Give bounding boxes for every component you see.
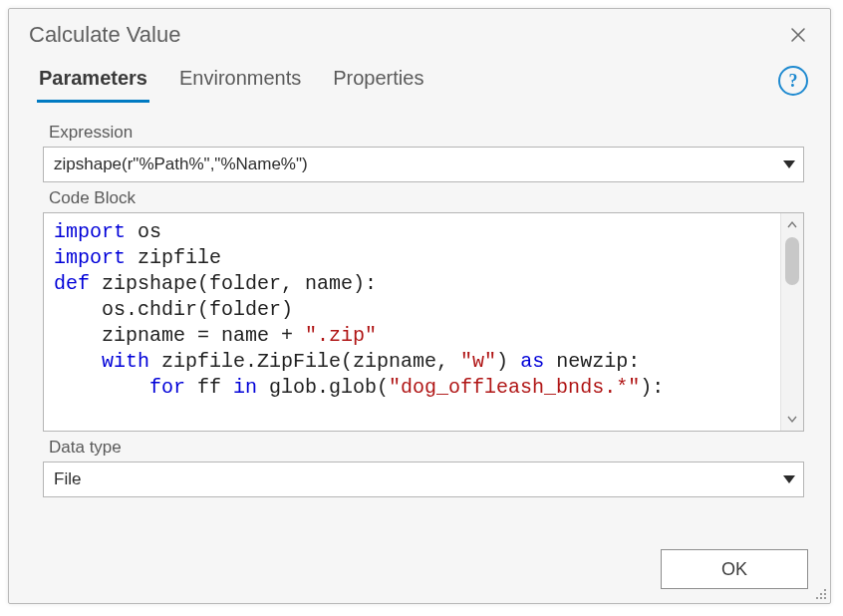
scroll-down-icon[interactable] <box>781 409 803 429</box>
tab-properties[interactable]: Properties <box>331 63 425 103</box>
scroll-up-icon[interactable] <box>781 215 803 235</box>
tab-parameters[interactable]: Parameters <box>37 63 149 103</box>
resize-grip-icon[interactable] <box>814 587 828 601</box>
expression-value: zipshape(r"%Path%","%Name%") <box>54 154 308 174</box>
calculate-value-dialog: Calculate Value Parameters Environments … <box>8 8 831 604</box>
code-block-input[interactable]: import os import zipfile def zipshape(fo… <box>43 212 804 432</box>
tab-bar: Parameters Environments Properties ? <box>9 49 830 105</box>
dropdown-arrow-icon <box>783 160 795 168</box>
dropdown-arrow-icon <box>783 475 795 483</box>
data-type-value: File <box>54 469 81 489</box>
dialog-body: Expression zipshape(r"%Path%","%Name%") … <box>9 105 830 539</box>
data-type-label: Data type <box>49 438 804 458</box>
code-block-label: Code Block <box>49 188 804 208</box>
scrollbar[interactable] <box>780 213 803 431</box>
ok-button[interactable]: OK <box>661 549 808 589</box>
dialog-header: Calculate Value <box>9 9 830 49</box>
scroll-thumb[interactable] <box>785 237 799 285</box>
close-icon[interactable] <box>784 21 812 49</box>
dialog-title: Calculate Value <box>29 22 180 48</box>
dialog-footer: OK <box>9 539 830 603</box>
help-icon[interactable]: ? <box>778 66 808 96</box>
data-type-select[interactable]: File <box>43 462 804 497</box>
expression-input[interactable]: zipshape(r"%Path%","%Name%") <box>43 147 804 182</box>
expression-label: Expression <box>49 123 804 143</box>
code-block-text[interactable]: import os import zipfile def zipshape(fo… <box>44 213 780 431</box>
tab-environments[interactable]: Environments <box>177 63 303 103</box>
